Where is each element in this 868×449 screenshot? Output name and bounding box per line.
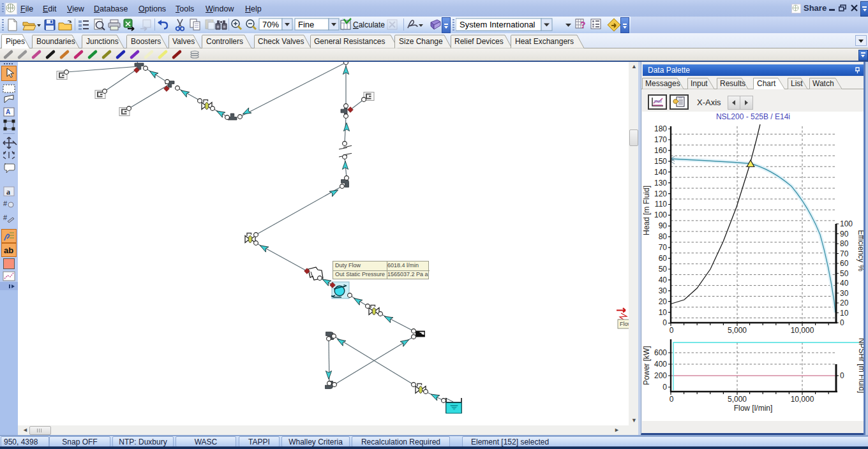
svg-text:170: 170 <box>654 135 667 144</box>
svg-text:Head [m Fluid]: Head [m Fluid] <box>642 186 651 235</box>
svg-text:NSL200 - 525B / E14i: NSL200 - 525B / E14i <box>716 112 790 121</box>
svg-text:?: ? <box>580 20 586 30</box>
svg-text:20: 20 <box>659 297 668 306</box>
svg-text:70: 70 <box>659 243 668 252</box>
svg-text:#: # <box>3 214 8 221</box>
svg-text:70: 70 <box>840 249 849 258</box>
svg-text:Check Valves: Check Valves <box>258 37 304 46</box>
svg-text:70%: 70% <box>262 20 279 29</box>
svg-text:90: 90 <box>659 221 668 230</box>
svg-text:50: 50 <box>659 265 668 274</box>
svg-text:#: # <box>3 200 8 207</box>
svg-text:5,000: 5,000 <box>728 395 747 404</box>
svg-text:160: 160 <box>654 146 667 155</box>
svg-text:System International: System International <box>460 20 535 29</box>
svg-text:Boundaries: Boundaries <box>36 37 75 46</box>
svg-text:120: 120 <box>654 189 667 198</box>
svg-text:Power [kW]: Power [kW] <box>642 346 651 385</box>
svg-text:Controllers: Controllers <box>206 37 243 46</box>
svg-text:150: 150 <box>654 157 667 166</box>
svg-text:0: 0 <box>670 395 674 404</box>
svg-text:Relief Devices: Relief Devices <box>454 37 504 46</box>
svg-text:100: 100 <box>840 219 853 228</box>
svg-text:40: 40 <box>659 276 668 284</box>
svg-text:10,000: 10,000 <box>791 326 814 335</box>
svg-text:30: 30 <box>840 289 849 298</box>
svg-text:10: 10 <box>659 308 668 317</box>
svg-text:Fine: Fine <box>298 20 314 29</box>
svg-text:Size Change: Size Change <box>399 37 443 46</box>
svg-text:30: 30 <box>659 286 668 295</box>
svg-text:80: 80 <box>840 239 849 248</box>
svg-text:0: 0 <box>662 383 667 392</box>
svg-text:180: 180 <box>654 124 667 133</box>
svg-text:Watch: Watch <box>812 79 834 88</box>
svg-text:90: 90 <box>840 230 849 239</box>
svg-text:List: List <box>791 79 803 88</box>
svg-text:130: 130 <box>654 179 667 188</box>
svg-text:0: 0 <box>840 318 844 327</box>
svg-text:5,000: 5,000 <box>728 326 747 335</box>
svg-text:Pipes: Pipes <box>6 37 25 46</box>
svg-text:400: 400 <box>654 360 667 369</box>
svg-text:Chart: Chart <box>757 79 776 88</box>
svg-text:110: 110 <box>655 200 667 209</box>
svg-text:General Resistances: General Resistances <box>314 37 385 46</box>
svg-text:50: 50 <box>840 269 849 278</box>
svg-text:0: 0 <box>662 318 667 327</box>
svg-text:0: 0 <box>840 371 844 380</box>
svg-text:Calculate: Calculate <box>353 20 385 29</box>
svg-text:Heat Exchangers: Heat Exchangers <box>515 37 574 46</box>
svg-text:Input: Input <box>691 79 708 88</box>
svg-text:60: 60 <box>659 254 668 263</box>
svg-text:60: 60 <box>840 259 849 268</box>
svg-text:Junctions: Junctions <box>86 37 119 46</box>
svg-text:Results: Results <box>720 79 745 88</box>
svg-text:ab: ab <box>4 246 13 255</box>
svg-text:Flow: Flow <box>620 321 629 327</box>
svg-text:600: 600 <box>654 348 667 357</box>
svg-text:10,000: 10,000 <box>791 395 814 404</box>
svg-text:100: 100 <box>654 210 667 219</box>
svg-text:40: 40 <box>840 279 849 288</box>
svg-text:A: A <box>6 108 10 115</box>
svg-text:Valves: Valves <box>172 37 195 46</box>
svg-text:a: a <box>6 188 10 196</box>
svg-text:Boosters: Boosters <box>131 37 161 46</box>
svg-text:10: 10 <box>840 309 849 318</box>
svg-text:Messages: Messages <box>645 79 680 88</box>
svg-text:Flow [l/min]: Flow [l/min] <box>734 404 773 413</box>
svg-text:20: 20 <box>840 298 849 307</box>
svg-text:0: 0 <box>670 326 674 335</box>
svg-text:80: 80 <box>659 232 668 241</box>
svg-text:140: 140 <box>654 168 667 177</box>
svg-text:200: 200 <box>654 371 667 380</box>
